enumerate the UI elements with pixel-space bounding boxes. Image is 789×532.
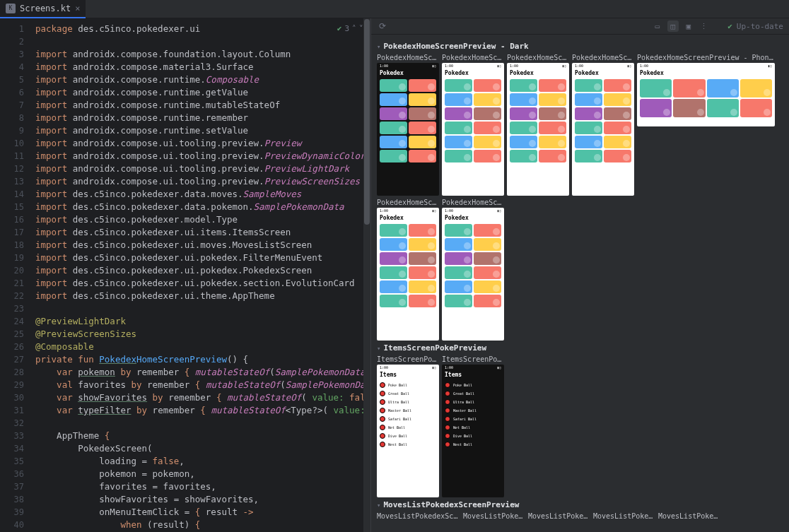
preview-content[interactable]: ▾PokedexHomeScreenPreview - DarkPokedexH… <box>371 35 789 532</box>
code-view-icon[interactable]: ▭ <box>652 20 663 32</box>
preview-label: ItemsScreenPokePrevi... <box>442 355 504 363</box>
tab-filename: Screens.kt <box>20 4 71 13</box>
preview-label: ItemsScreenPokePrevi... <box>377 355 439 363</box>
preview-thumbnail[interactable]: 1:00▮▯Pokedex <box>377 208 439 341</box>
code-area[interactable]: package des.c5inco.pokedexer.uiimport an… <box>30 18 370 532</box>
preview-label: MovesListPokedexScreenPrevi... <box>377 512 460 520</box>
more-icon[interactable]: ⋮ <box>699 20 710 32</box>
preview-label: MovesListPokedexScr... <box>593 512 655 520</box>
preview-label: MovesListPokedexScr... <box>463 512 525 520</box>
preview-label: PokedexHomeScreenP... <box>442 54 504 61</box>
editor-scrollbar[interactable] <box>363 18 370 532</box>
preview-label: PokedexHomeScreenP... <box>442 199 504 206</box>
preview-label: MovesListPokedexScr... <box>528 512 590 520</box>
preview-label: PokedexHomeScreenP... <box>377 54 439 61</box>
preview-item[interactable]: PokedexHomeScreenP...1:00▮▯Pokedex <box>507 54 569 196</box>
preview-item[interactable]: MovesListPokedexScr... <box>593 512 655 521</box>
preview-item[interactable]: PokedexHomeScreenPreview - Phone - Lands… <box>637 54 775 196</box>
status-check-icon: ✔ <box>727 22 732 31</box>
preview-group-header[interactable]: ▾MovesListPokedexScreenPreview <box>377 500 783 509</box>
file-tab[interactable]: K Screens.kt × <box>0 0 86 18</box>
preview-status: Up-to-date <box>737 22 783 31</box>
preview-item[interactable]: MovesListPokedexScr... <box>528 512 590 521</box>
preview-item[interactable]: ItemsScreenPokePrevi...1:00▮▯ItemsPoke B… <box>442 355 504 497</box>
preview-thumbnail[interactable]: 1:00▮▯ItemsPoke BallGreat BallUltra Ball… <box>377 365 439 497</box>
preview-item[interactable]: MovesListPokedexScreenPrevi... <box>377 512 460 521</box>
refresh-icon[interactable]: ⟳ <box>377 20 388 32</box>
design-view-icon[interactable]: ▣ <box>683 20 694 32</box>
tab-bar: K Screens.kt × <box>0 0 789 18</box>
editor-pane[interactable]: 1234567891011121314151617181920212223242… <box>0 18 370 532</box>
preview-thumbnail[interactable]: 1:00▮▯ItemsPoke BallGreat BallUltra Ball… <box>442 365 504 497</box>
check-icon: ✔ <box>337 24 342 33</box>
preview-label: PokedexHomeScreenPreview - Phone - Lands… <box>637 54 775 61</box>
preview-thumbnail[interactable]: 1:00▮▯Pokedex <box>572 63 634 196</box>
preview-item[interactable]: MovesListPokedexScr... <box>463 512 525 521</box>
close-icon[interactable]: × <box>75 4 80 13</box>
chevron-down-icon: ▾ <box>377 502 380 509</box>
inspection-count: 3 <box>344 24 349 33</box>
preview-thumbnail[interactable]: 1:00▮▯Pokedex <box>442 63 504 196</box>
preview-pane: ⟳ ▭ ◫ ▣ ⋮ ✔ Up-to-date ▾PokedexHomeScree… <box>371 18 789 532</box>
preview-thumbnail[interactable]: 1:00▮▯Pokedex <box>442 208 504 341</box>
preview-label: MovesListPokedexScr... <box>658 512 720 520</box>
preview-thumbnail[interactable]: 1:00▮▯Pokedex <box>507 63 569 196</box>
preview-item[interactable]: PokedexHomeScreenP...1:00▮▯Pokedex <box>442 199 504 341</box>
kotlin-file-icon: K <box>6 4 16 13</box>
preview-label: PokedexHomeScreenP... <box>572 54 634 61</box>
preview-label: PokedexHomeScreenP... <box>507 54 569 61</box>
preview-label: PokedexHomeScreenP... <box>377 199 439 206</box>
preview-item[interactable]: PokedexHomeScreenP...1:00▮▯Pokedex <box>377 199 439 341</box>
chevron-down-icon: ▾ <box>377 43 380 50</box>
preview-thumbnail[interactable]: 1:00▮▯Pokedex <box>377 63 439 196</box>
inspection-widget[interactable]: ✔ 3 ˄ ˅ <box>337 24 363 33</box>
preview-item[interactable]: MovesListPokedexScr... <box>658 512 720 521</box>
chevron-down-icon: ▾ <box>377 345 380 352</box>
preview-toolbar: ⟳ ▭ ◫ ▣ ⋮ ✔ Up-to-date <box>371 18 789 35</box>
preview-group-header[interactable]: ▾ItemsScreenPokePreview <box>377 343 783 353</box>
line-gutter: 1234567891011121314151617181920212223242… <box>0 18 30 532</box>
preview-item[interactable]: PokedexHomeScreenP...1:00▮▯Pokedex <box>572 54 634 196</box>
preview-item[interactable]: PokedexHomeScreenP...1:00▮▯Pokedex <box>377 54 439 196</box>
scrollbar-thumb[interactable] <box>364 19 370 225</box>
preview-item[interactable]: PokedexHomeScreenP...1:00▮▯Pokedex <box>442 54 504 196</box>
split-view-icon[interactable]: ◫ <box>667 20 679 32</box>
preview-thumbnail[interactable]: 1:00▮▯Pokedex <box>637 63 775 126</box>
preview-item[interactable]: ItemsScreenPokePrevi...1:00▮▯ItemsPoke B… <box>377 355 439 497</box>
chevron-up-icon[interactable]: ˄ <box>352 24 356 33</box>
preview-group-header[interactable]: ▾PokedexHomeScreenPreview - Dark <box>377 42 783 51</box>
